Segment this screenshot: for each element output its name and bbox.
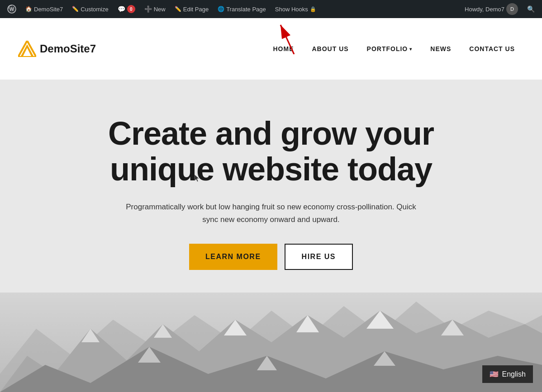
search-button[interactable]: 🔍 bbox=[523, 0, 538, 18]
hire-us-button[interactable]: HIRE US bbox=[285, 244, 353, 270]
site-logo[interactable]: DemoSite7 bbox=[18, 41, 96, 57]
logo-text: DemoSite7 bbox=[40, 43, 96, 55]
hero-headline: Create and grow your unique website toda… bbox=[108, 116, 434, 187]
comments-icon: 💬 bbox=[118, 5, 125, 13]
svg-text:W: W bbox=[10, 6, 14, 12]
chevron-down-icon: ▾ bbox=[409, 47, 412, 52]
hero-subtext: Programmatically work but low hanging fr… bbox=[117, 201, 425, 225]
flag-icon: 🇺🇸 bbox=[490, 370, 499, 378]
translate-page-button[interactable]: 🌐 Translate Page bbox=[214, 0, 270, 18]
comments-button[interactable]: 💬 0 bbox=[114, 0, 139, 18]
wp-logo-button[interactable]: W bbox=[4, 0, 20, 18]
lock-icon: 🔒 bbox=[310, 6, 316, 12]
howdy-button[interactable]: Howdy, Demo7 D bbox=[461, 0, 522, 18]
nav-contact-us[interactable]: CONTACT US bbox=[460, 41, 524, 57]
wordpress-icon: W bbox=[7, 5, 16, 14]
language-label: English bbox=[502, 370, 526, 378]
hero-content: Create and grow your unique website toda… bbox=[108, 116, 434, 270]
site-name-label: DemoSite7 bbox=[34, 6, 63, 13]
admin-bar: W 🏠 DemoSite7 ✏️ Customize 💬 0 ➕ New ✏️ … bbox=[0, 0, 542, 18]
hero-section: Create and grow your unique website toda… bbox=[0, 80, 542, 392]
avatar: D bbox=[506, 3, 518, 15]
customize-icon: ✏️ bbox=[72, 6, 79, 12]
language-selector[interactable]: 🇺🇸 English bbox=[482, 365, 533, 383]
nav-news[interactable]: NEWS bbox=[421, 41, 460, 57]
nav-portfolio[interactable]: PORTFOLIO ▾ bbox=[358, 41, 422, 57]
edit-page-button[interactable]: ✏️ Edit Page bbox=[171, 0, 212, 18]
site-name-button[interactable]: 🏠 DemoSite7 bbox=[22, 0, 67, 18]
translate-icon: 🌐 bbox=[218, 6, 224, 12]
main-nav: HOME ABOUT US PORTFOLIO ▾ NEWS CONTACT U… bbox=[264, 41, 524, 57]
comments-badge: 0 bbox=[127, 5, 135, 13]
hero-buttons: LEARN MORE HIRE US bbox=[108, 244, 434, 270]
edit-icon: ✏️ bbox=[175, 6, 181, 12]
search-icon: 🔍 bbox=[527, 5, 535, 13]
nav-about-us[interactable]: ABOUT US bbox=[303, 41, 357, 57]
admin-bar-right: Howdy, Demo7 D 🔍 bbox=[461, 0, 538, 18]
logo-icon bbox=[18, 41, 36, 57]
new-icon: ➕ bbox=[144, 5, 152, 13]
site-header: DemoSite7 HOME ABOUT US PORTFOLIO ▾ NEWS… bbox=[0, 18, 542, 80]
site-icon: 🏠 bbox=[25, 6, 32, 12]
show-hooks-button[interactable]: Show Hooks 🔒 bbox=[271, 0, 320, 18]
new-button[interactable]: ➕ New bbox=[141, 0, 169, 18]
nav-home[interactable]: HOME bbox=[264, 41, 303, 57]
svg-marker-2 bbox=[18, 41, 36, 57]
mountain-background bbox=[0, 293, 542, 392]
customize-button[interactable]: ✏️ Customize bbox=[68, 0, 112, 18]
learn-more-button[interactable]: LEARN MORE bbox=[189, 244, 277, 270]
